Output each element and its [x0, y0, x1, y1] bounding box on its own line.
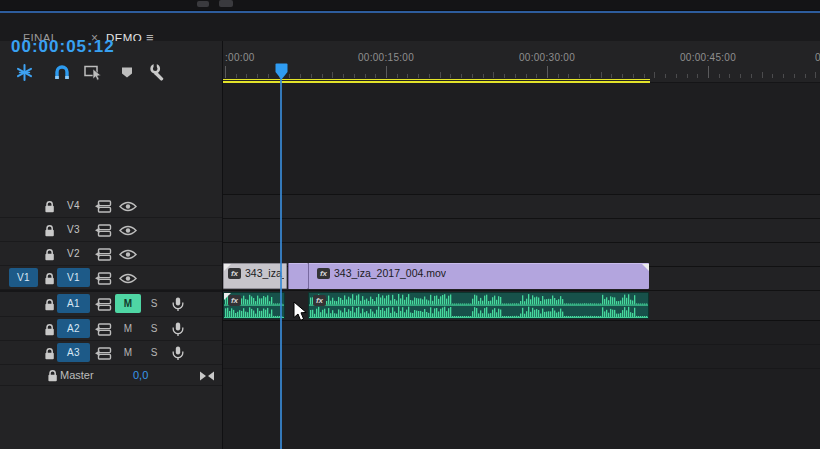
solo-button[interactable]: S: [144, 343, 164, 362]
source-patch-v1-button[interactable]: V1: [9, 268, 38, 287]
track-label-v3[interactable]: V3: [57, 218, 90, 241]
toggle-track-output-eye-icon[interactable]: [118, 248, 138, 260]
voiceover-record-button[interactable]: [170, 321, 186, 337]
mouse-cursor: [293, 301, 308, 323]
track-row-v3: V3: [0, 218, 222, 242]
sync-lock-toggle[interactable]: [94, 322, 112, 336]
premiere-timeline-panel: FINAL × DEMO ≡ 00:00:05:12: [0, 0, 820, 449]
video-clip-short[interactable]: [288, 263, 308, 289]
ruler-label: 00:00:45:00: [680, 52, 736, 63]
clipped-button-icon: [219, 0, 233, 7]
ruler-label-clipped: 0: [815, 52, 820, 63]
track-target-a2-button[interactable]: A2: [57, 319, 90, 338]
fx-badge: fx: [317, 268, 330, 279]
playhead-handle[interactable]: [275, 63, 288, 80]
snap-button[interactable]: [50, 62, 74, 82]
sync-lock-toggle[interactable]: [94, 271, 112, 285]
keyframe-bowtie-icon[interactable]: [200, 371, 214, 381]
lane-separator: [223, 320, 820, 321]
track-label-v4[interactable]: V4: [57, 194, 90, 217]
solo-button[interactable]: S: [144, 294, 164, 313]
time-ruler[interactable]: :00:00 00:00:15:00 00:00:30:00 00:00:45:…: [223, 41, 820, 83]
voiceover-record-button[interactable]: [170, 345, 186, 361]
playhead-timecode[interactable]: 00:00:05:12: [11, 37, 115, 57]
track-target-a3-button[interactable]: A3: [57, 343, 90, 362]
clip-name: 343_iza_2: [245, 267, 284, 279]
solo-button[interactable]: S: [144, 319, 164, 338]
track-row-master: Master 0,0: [0, 365, 222, 386]
lock-toggle[interactable]: [42, 322, 56, 336]
timeline-settings-wrench-icon: [149, 63, 168, 82]
window-top-strip: [0, 0, 820, 10]
lane-separator: [223, 218, 820, 219]
mute-button[interactable]: M: [115, 319, 141, 338]
track-row-v2: V2: [0, 242, 222, 266]
lane-separator: [223, 194, 820, 195]
sync-lock-toggle[interactable]: [94, 247, 112, 261]
sync-lock-toggle[interactable]: [94, 223, 112, 237]
lock-toggle[interactable]: [42, 223, 56, 237]
lock-toggle[interactable]: [42, 247, 56, 261]
track-row-a2: A2 M S: [0, 317, 222, 341]
fx-badge: fx: [313, 295, 326, 306]
track-row-v4: V4: [0, 194, 222, 218]
track-label-v2[interactable]: V2: [57, 242, 90, 265]
toggle-track-output-eye-icon[interactable]: [118, 200, 138, 212]
lock-toggle[interactable]: [42, 199, 56, 213]
track-row-v1: V1 V1: [0, 266, 222, 290]
lock-toggle[interactable]: [42, 297, 56, 311]
snap-magnet-icon: [53, 63, 71, 81]
nest-insert-icon: [15, 63, 34, 82]
lane-separator: [223, 368, 820, 369]
voiceover-record-button[interactable]: [170, 296, 186, 312]
video-clip-main[interactable]: fx 343_iza_2017_004.mov: [308, 263, 649, 289]
master-track-label: Master: [60, 365, 94, 385]
audio-clip-selected-pair[interactable]: fx: [223, 292, 285, 319]
track-target-a1-button[interactable]: A1: [57, 294, 90, 313]
fx-badge: fx: [228, 268, 241, 279]
timeline-settings-button[interactable]: [146, 62, 170, 82]
track-row-a1: A1 M S: [0, 292, 222, 317]
sync-lock-toggle[interactable]: [94, 346, 112, 360]
add-marker-button[interactable]: [115, 62, 139, 82]
clipped-button-icon: [197, 1, 209, 7]
timeline-track-area[interactable]: :00:00 00:00:15:00 00:00:30:00 00:00:45:…: [223, 41, 820, 449]
lane-separator: [223, 290, 820, 291]
nest-insert-button[interactable]: [12, 62, 36, 82]
panel-tab-bar: FINAL × DEMO ≡: [0, 13, 820, 41]
track-target-v1-button[interactable]: V1: [57, 268, 90, 287]
fx-badge: fx: [228, 295, 241, 306]
lock-toggle[interactable]: [42, 346, 56, 360]
lock-toggle[interactable]: [42, 271, 56, 285]
toggle-track-output-eye-icon[interactable]: [118, 224, 138, 236]
clip-name: 343_iza_2017_004.mov: [334, 267, 446, 279]
lane-separator: [223, 242, 820, 243]
linked-selection-button[interactable]: [82, 62, 106, 82]
ruler-label: :00:00: [225, 52, 255, 63]
master-gain-value[interactable]: 0,0: [133, 365, 148, 385]
lock-toggle[interactable]: [45, 368, 59, 382]
playhead-line[interactable]: [280, 66, 282, 449]
ruler-label: 00:00:15:00: [358, 52, 414, 63]
video-clip-selected[interactable]: fx 343_iza_2: [223, 263, 287, 289]
mute-button[interactable]: M: [115, 343, 141, 362]
lane-separator: [223, 344, 820, 345]
audio-clip-main[interactable]: fx: [308, 292, 649, 319]
track-row-a3: A3 M S: [0, 341, 222, 365]
media-end-corner: [642, 264, 649, 271]
mute-button[interactable]: M: [115, 294, 141, 313]
ruler-label: 00:00:30:00: [519, 52, 575, 63]
linked-selection-icon: [84, 64, 105, 81]
sync-lock-toggle[interactable]: [94, 199, 112, 213]
work-area-bar[interactable]: [223, 81, 650, 83]
add-marker-icon: [120, 65, 134, 79]
toggle-track-output-eye-icon[interactable]: [118, 272, 138, 284]
sync-lock-toggle[interactable]: [94, 297, 112, 311]
